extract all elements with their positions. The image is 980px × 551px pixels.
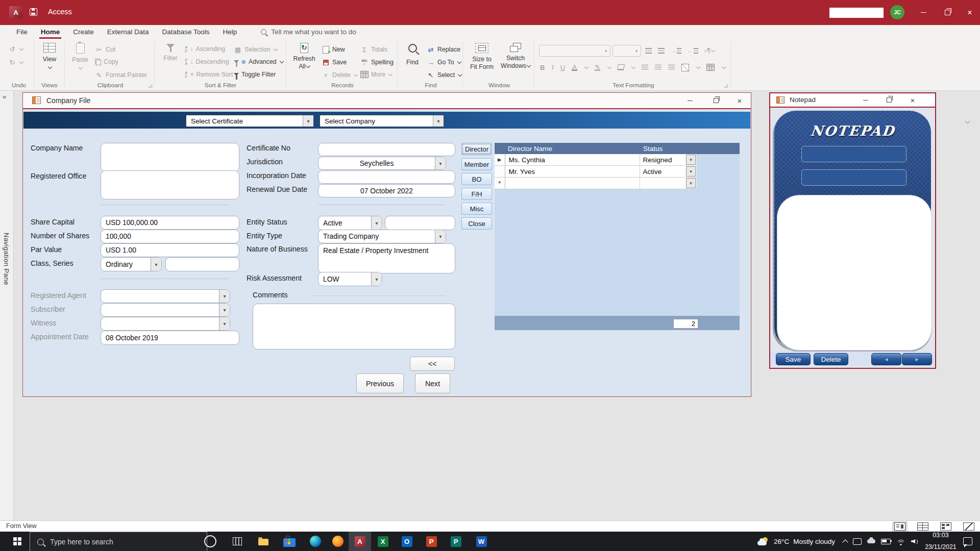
collapse-button[interactable]: << — [410, 357, 455, 371]
align-left-icon[interactable] — [642, 65, 648, 70]
publisher-button[interactable]: P — [445, 532, 467, 551]
paragraph-direction-icon[interactable]: >¶ — [704, 47, 715, 54]
toggle-filter-button[interactable]: Toggle Filter — [234, 71, 276, 78]
tab-fh[interactable]: F/H — [461, 188, 492, 200]
column-director-name[interactable]: Director Name — [508, 145, 552, 153]
tab-director[interactable]: Director — [461, 143, 492, 155]
background-color-button[interactable] — [618, 64, 624, 70]
signin-box[interactable] — [829, 8, 884, 18]
registered-office-field[interactable] — [101, 170, 239, 199]
appointment-date-field[interactable]: 08 October 2019 — [101, 331, 239, 345]
layout-view-button[interactable] — [938, 521, 953, 532]
descending-button[interactable]: ZA↓Descending — [185, 58, 229, 65]
refresh-all-button[interactable]: ↻ Refresh All — [290, 43, 318, 71]
record-selector[interactable] — [495, 166, 505, 178]
file-explorer-button[interactable] — [252, 532, 275, 551]
incorporation-date-field[interactable] — [318, 170, 455, 184]
form-view-button[interactable] — [892, 521, 908, 532]
director-name-cell[interactable] — [505, 178, 640, 189]
quick-save-icon[interactable] — [30, 8, 37, 16]
font-size-combobox[interactable]: ▾ — [612, 45, 641, 57]
excel-button[interactable]: X — [372, 532, 394, 551]
entity-status-combobox[interactable]: Active▾ — [318, 216, 382, 230]
new-record-marker[interactable]: * — [495, 178, 505, 189]
share-capital-field[interactable]: USD 100,000.00 — [101, 216, 239, 230]
notepad-subtitle-input[interactable] — [801, 169, 906, 186]
entity-type-combobox[interactable]: Trading Company▾ — [318, 230, 446, 243]
registered-agent-combobox[interactable]: ▾ — [101, 289, 230, 303]
account-avatar[interactable]: JC — [890, 5, 904, 19]
close-button[interactable]: × — [960, 0, 980, 25]
column-status[interactable]: Status — [643, 145, 663, 153]
design-view-button[interactable] — [961, 521, 976, 532]
select-company-combobox[interactable]: Select Company ▾ — [320, 115, 444, 127]
battery-icon[interactable] — [881, 539, 891, 544]
font-color-button[interactable]: A — [572, 64, 577, 71]
subscriber-combobox[interactable]: ▾ — [101, 303, 230, 317]
font-name-combobox[interactable]: ▾ — [539, 45, 610, 57]
entity-status-extra-field[interactable] — [385, 216, 455, 230]
notepad-minimize-button[interactable] — [856, 94, 875, 106]
form-maximize-button[interactable] — [706, 94, 726, 107]
tab-bo[interactable]: BO — [461, 173, 492, 185]
tab-external-data[interactable]: External Data — [101, 25, 156, 39]
redo-button[interactable]: ↻ — [8, 58, 23, 66]
gridlines-icon[interactable] — [681, 64, 689, 71]
format-painter-button[interactable]: ✎Format Painter — [95, 71, 147, 79]
alternate-row-color-icon[interactable] — [706, 64, 715, 71]
goto-button[interactable]: →Go To — [427, 58, 461, 66]
remove-sort-button[interactable]: AZ×Remove Sort — [185, 71, 233, 78]
underline-button[interactable]: U — [560, 64, 565, 71]
view-button[interactable]: View — [39, 43, 60, 69]
jurisdiction-combobox[interactable]: Seychelles▾ — [318, 157, 446, 170]
action-center-button[interactable] — [958, 532, 978, 551]
tab-member[interactable]: Member — [461, 158, 492, 170]
notepad-title-input[interactable] — [801, 146, 906, 162]
current-record-marker[interactable]: ▶ — [495, 154, 505, 166]
tell-me-box[interactable]: Tell me what you want to do — [261, 28, 356, 36]
new-record-button[interactable]: +New — [322, 45, 345, 54]
risk-assessment-combobox[interactable]: LOW▾ — [318, 272, 382, 286]
select-certificate-combobox[interactable]: Select Certificate ▾ — [186, 115, 314, 127]
more-button[interactable]: More — [360, 71, 392, 78]
advanced-button[interactable]: ⚙Advanced — [234, 58, 283, 65]
edge-button[interactable] — [304, 532, 327, 551]
tab-help[interactable]: Help — [216, 25, 243, 39]
form-close-button[interactable]: × — [730, 94, 749, 107]
italic-button[interactable]: I — [551, 63, 553, 71]
size-to-fit-form-button[interactable]: Size to Fit Form — [468, 43, 496, 71]
tab-misc[interactable]: Misc — [461, 203, 492, 215]
witness-combobox[interactable]: ▾ — [101, 317, 230, 331]
class-series-combobox[interactable]: Ordinary▾ — [101, 257, 162, 271]
store-button[interactable] — [278, 532, 301, 551]
par-value-field[interactable]: USD 1.00 — [101, 243, 239, 257]
select-button[interactable]: ↖Select — [427, 71, 461, 79]
bullets-icon[interactable] — [645, 48, 652, 54]
tab-file[interactable]: File — [10, 25, 34, 39]
save-record-button[interactable]: Save — [322, 58, 347, 66]
restore-button[interactable] — [936, 0, 960, 25]
increase-indent-icon[interactable]: → — [671, 48, 681, 54]
certificate-no-field[interactable] — [318, 143, 455, 156]
record-count-box[interactable]: 2 — [673, 319, 698, 329]
word-button[interactable]: W — [470, 532, 493, 551]
status-cell[interactable]: ▾ — [640, 178, 696, 189]
notepad-titlebar[interactable]: Notepad × — [770, 93, 935, 107]
previous-button[interactable]: Previous — [356, 373, 404, 393]
selection-button[interactable]: ▦Selection — [234, 45, 277, 54]
weather-widget[interactable]: 26°C Mostly cloudy — [757, 532, 835, 551]
numbering-icon[interactable] — [658, 48, 665, 54]
filter-button[interactable]: Filter — [159, 44, 182, 62]
director-name-cell[interactable]: Mr. Yves — [505, 166, 640, 178]
renewal-due-date-field[interactable]: 07 October 2022 — [318, 184, 455, 197]
director-name-cell[interactable]: Ms. Cynthia — [505, 154, 640, 166]
switch-windows-button[interactable]: Switch Windows — [500, 43, 531, 70]
notepad-delete-button[interactable]: Delete — [814, 353, 848, 365]
notepad-prev-button[interactable]: ◂ — [871, 353, 901, 365]
ascending-button[interactable]: AZ↓Ascending — [185, 45, 225, 53]
navigation-pane-collapsed[interactable]: » Navigation Pane — [0, 91, 14, 520]
form-minimize-button[interactable] — [680, 94, 700, 107]
undo-button[interactable]: ↺ — [8, 45, 23, 53]
class-series-extra-field[interactable] — [165, 257, 239, 271]
taskbar-clock[interactable]: 03:03 23/11/2021 — [922, 532, 960, 551]
